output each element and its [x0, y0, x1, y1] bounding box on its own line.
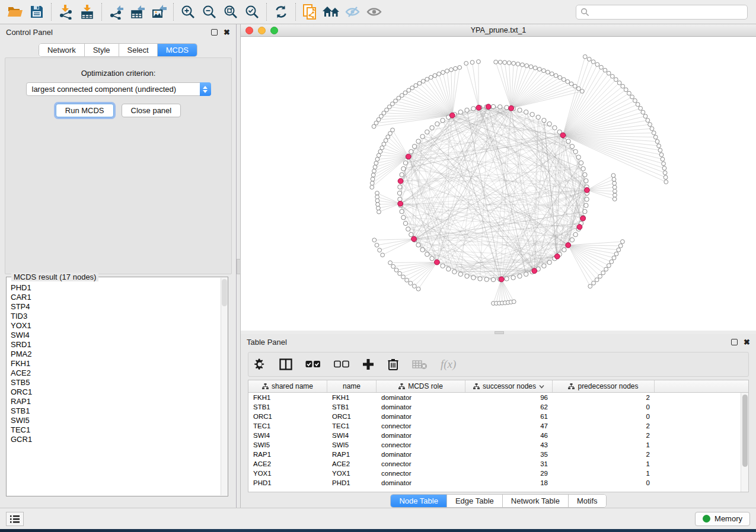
ring-node[interactable] [584, 203, 588, 207]
network-titlebar[interactable]: YPA_prune.txt_1 [241, 24, 756, 37]
ring-node[interactable] [441, 118, 445, 122]
leaf-node[interactable] [662, 162, 666, 166]
leaf-node[interactable] [650, 127, 654, 131]
leaf-node[interactable] [576, 86, 580, 91]
mcds-hub-node[interactable] [412, 236, 417, 242]
leaf-node[interactable] [652, 131, 656, 135]
ring-node[interactable] [416, 139, 420, 143]
leaf-node[interactable] [612, 177, 616, 181]
leaf-node[interactable] [378, 248, 382, 252]
ring-node[interactable] [441, 264, 445, 268]
table-row[interactable]: ORC1ORC1dominator610 [248, 412, 741, 421]
leaf-node[interactable] [573, 84, 577, 88]
leaf-node[interactable] [380, 146, 384, 150]
memory-button[interactable]: Memory [695, 512, 750, 526]
ring-node[interactable] [400, 172, 404, 177]
ring-node[interactable] [524, 110, 528, 114]
leaf-node[interactable] [373, 165, 377, 169]
search-input[interactable] [589, 8, 743, 16]
leaf-node[interactable] [617, 81, 621, 85]
leaf-node[interactable] [512, 62, 516, 66]
leaf-node[interactable] [425, 77, 429, 81]
ring-node[interactable] [465, 108, 469, 112]
ring-node[interactable] [583, 209, 587, 213]
leaf-node[interactable] [558, 75, 562, 79]
result-node-item[interactable]: PHD1 [11, 283, 220, 293]
zoom-out-icon[interactable] [199, 2, 220, 22]
leaf-node[interactable] [494, 60, 498, 64]
leaf-node[interactable] [612, 256, 616, 260]
ring-node[interactable] [518, 108, 522, 112]
mcds-hub-node[interactable] [554, 254, 560, 259]
mcds-hub-node[interactable] [486, 104, 491, 110]
leaf-node[interactable] [607, 264, 611, 268]
ring-node[interactable] [397, 191, 401, 195]
mcds-hub-node[interactable] [406, 154, 411, 159]
leaf-node[interactable] [646, 118, 650, 123]
leaf-node[interactable] [550, 72, 554, 76]
first-neighbors-icon[interactable] [321, 2, 342, 22]
leaf-node[interactable] [381, 253, 385, 257]
column-header-successor-nodes[interactable]: successor nodes [465, 380, 553, 392]
ring-node[interactable] [585, 197, 589, 201]
leaf-node[interactable] [588, 284, 592, 289]
column-view-icon[interactable] [279, 358, 292, 370]
close-panel-icon[interactable]: ✖ [224, 29, 230, 36]
ring-node[interactable] [398, 185, 402, 189]
result-node-item[interactable]: TID3 [11, 312, 220, 321]
show-all-icon[interactable] [363, 2, 385, 22]
ring-node[interactable] [491, 277, 495, 281]
leaf-node[interactable] [639, 106, 643, 110]
ring-node[interactable] [566, 139, 570, 143]
leaf-node[interactable] [398, 271, 402, 275]
leaf-node[interactable] [641, 110, 645, 114]
ring-node[interactable] [505, 277, 509, 281]
result-node-item[interactable]: FKH1 [11, 359, 220, 368]
leaf-node[interactable] [620, 239, 624, 243]
result-node-item[interactable]: CAR1 [11, 293, 220, 302]
run-mcds-button[interactable]: Run MCDS [56, 104, 114, 117]
tab-network-table[interactable]: Network Table [503, 495, 569, 507]
leaf-node[interactable] [655, 139, 659, 143]
result-node-item[interactable]: ACE2 [11, 368, 220, 378]
delete-table-icon[interactable] [412, 359, 428, 370]
leaf-node[interactable] [470, 60, 474, 65]
ring-node[interactable] [542, 264, 546, 268]
leaf-node[interactable] [498, 60, 502, 65]
leaf-node[interactable] [613, 185, 617, 190]
leaf-node[interactable] [374, 161, 378, 165]
table-row[interactable]: STB1STB1dominator620 [248, 402, 741, 412]
mcds-hub-node[interactable] [580, 216, 586, 221]
ring-node[interactable] [583, 172, 587, 177]
ring-node[interactable] [505, 105, 509, 110]
import-table-icon[interactable] [76, 2, 98, 22]
ring-node[interactable] [430, 126, 434, 130]
float-panel-icon[interactable] [731, 339, 738, 345]
leaf-node[interactable] [512, 300, 516, 304]
leaf-node[interactable] [580, 89, 584, 94]
ring-node[interactable] [511, 275, 515, 280]
ring-node[interactable] [570, 144, 574, 148]
deselect-all-icon[interactable] [334, 360, 349, 368]
settings-icon[interactable] [253, 358, 266, 371]
leaf-node[interactable] [391, 264, 395, 268]
leaf-node[interactable] [613, 181, 617, 185]
leaf-node[interactable] [643, 114, 647, 118]
delete-column-icon[interactable] [387, 358, 399, 371]
ring-node[interactable] [579, 161, 583, 165]
leaf-node[interactable] [607, 71, 611, 75]
ring-node[interactable] [573, 149, 578, 153]
ring-node[interactable] [420, 134, 425, 139]
ring-node[interactable] [576, 155, 580, 159]
leaf-node[interactable] [603, 68, 607, 72]
mcds-hub-node[interactable] [577, 225, 582, 230]
leaf-node[interactable] [401, 275, 406, 279]
table-row[interactable]: FKH1FKH1dominator962 [248, 393, 741, 402]
leaf-node[interactable] [537, 67, 541, 71]
leaf-node[interactable] [599, 65, 604, 69]
mcds-hub-node[interactable] [476, 105, 481, 110]
leaf-node[interactable] [633, 98, 637, 102]
ring-node[interactable] [573, 232, 578, 236]
leaf-node[interactable] [569, 82, 573, 86]
leaf-node[interactable] [661, 157, 665, 161]
